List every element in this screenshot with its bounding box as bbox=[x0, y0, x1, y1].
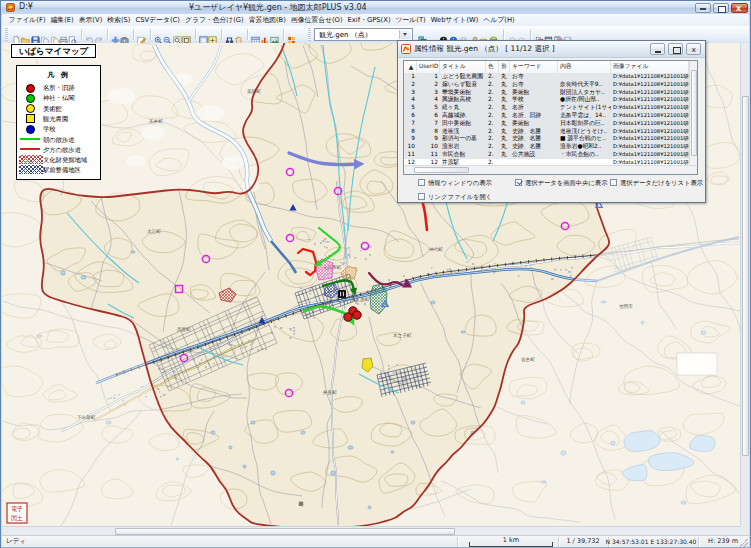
menu-item-8[interactable]: Exif・GPS(X) bbox=[345, 14, 393, 26]
table-row[interactable]: 44興譲館高校2.丸学校●所在/岡山県..D:¥data1¥121108¥121… bbox=[404, 96, 689, 104]
marker-blob-yellow[interactable] bbox=[362, 358, 373, 372]
menu-item-0[interactable]: ファイル(F) bbox=[6, 14, 48, 26]
undo-icon[interactable] bbox=[85, 30, 94, 39]
table-row[interactable]: 88道祖渓2.丸史跡、名勝道祖渓(どうそけ..D:¥data1¥121108¥1… bbox=[404, 128, 689, 136]
print-icon[interactable] bbox=[59, 30, 68, 39]
area-green-hatch-east[interactable] bbox=[370, 284, 387, 314]
annotation-arrow-blue[interactable] bbox=[289, 153, 358, 165]
marker-circle-filled[interactable] bbox=[344, 313, 352, 321]
table-vscroll-thumb[interactable] bbox=[691, 70, 697, 156]
dialog-close-button[interactable]: x bbox=[686, 43, 701, 55]
fit-window-icon[interactable] bbox=[199, 30, 208, 39]
zoom-full-icon[interactable] bbox=[173, 30, 182, 39]
column-header-3[interactable]: 色 bbox=[486, 61, 499, 73]
column-header-2[interactable]: タイトル bbox=[440, 61, 486, 73]
maximize-button[interactable] bbox=[713, 3, 729, 13]
checkbox-unchecked-icon[interactable] bbox=[418, 179, 425, 186]
table-vertical-scrollbar[interactable] bbox=[689, 61, 697, 165]
marker-circle-outline[interactable] bbox=[561, 222, 568, 229]
column-header-7[interactable]: 画像ファイル bbox=[611, 61, 689, 73]
marker-circle-outline[interactable] bbox=[286, 234, 293, 241]
legend-colors-icon[interactable] bbox=[287, 30, 296, 39]
menu-item-4[interactable]: CSVデータ(C) bbox=[133, 14, 182, 26]
checkbox-checked-icon[interactable] bbox=[515, 179, 522, 186]
map-vscroll-thumb[interactable] bbox=[742, 96, 749, 456]
close-button[interactable]: x bbox=[731, 3, 748, 13]
marker-circle-outline[interactable] bbox=[285, 389, 292, 396]
menu-item-7[interactable]: 画像位置合せ(O) bbox=[288, 14, 345, 26]
table-row[interactable]: 77田中美術館2.丸美術館日本彫刻界の巨..D:¥data1¥121108¥12… bbox=[404, 120, 689, 128]
export-file-icon[interactable] bbox=[50, 30, 59, 39]
info-gray-icon[interactable] bbox=[459, 30, 468, 39]
checkbox-option-2[interactable]: 選択データだけをリスト表示 bbox=[610, 179, 703, 188]
red-line-vertical[interactable] bbox=[422, 199, 427, 230]
redo-icon[interactable] bbox=[94, 30, 103, 39]
column-header-4[interactable]: 形 bbox=[499, 61, 510, 73]
table-row[interactable]: 1010浪形岩2.丸史跡、名勝浪形岩●昭和2..D:¥data1¥121108¥… bbox=[404, 143, 689, 151]
table-horizontal-scrollbar[interactable] bbox=[404, 165, 697, 174]
table-hscroll-thumb[interactable] bbox=[414, 167, 469, 173]
dialog-title-bar[interactable]: 属性情報 観光.gen （点） [ 11/12 選択 ] x bbox=[398, 41, 705, 58]
menu-item-9[interactable]: ツール(T) bbox=[393, 14, 428, 26]
redo-gray-icon[interactable] bbox=[517, 30, 526, 39]
menu-item-11[interactable]: ヘルプ(H) bbox=[481, 14, 517, 26]
table-row[interactable]: 33華鴒美術館2.丸美術館財団法人タカヤ..D:¥data1¥121108¥12… bbox=[404, 89, 689, 97]
info-black-icon[interactable] bbox=[439, 30, 448, 39]
table-row[interactable]: 99那須与一の墓2.丸史跡、名勝■ 源平合戦のヒ..D:¥data1¥12110… bbox=[404, 135, 689, 143]
clip-red-icon[interactable] bbox=[535, 30, 544, 39]
new-file-icon[interactable] bbox=[12, 30, 21, 39]
marker-circle-filled[interactable] bbox=[353, 311, 361, 319]
table-row[interactable]: 55経ヶ丸2.丸名所テントサイト(1サイ..D:¥data1¥121108¥12… bbox=[404, 104, 689, 112]
print-preview-icon[interactable] bbox=[68, 30, 77, 39]
menu-item-10[interactable]: Webサイト(W) bbox=[428, 14, 481, 26]
resize-grip[interactable] bbox=[739, 538, 748, 547]
attribute-table-icon[interactable] bbox=[251, 30, 260, 39]
open-folder-icon[interactable] bbox=[21, 30, 30, 39]
maroon-curve[interactable] bbox=[369, 273, 402, 285]
column-header-6[interactable]: 内容 bbox=[558, 61, 611, 73]
globe-icon[interactable] bbox=[489, 30, 498, 39]
dialog-maximize-button[interactable] bbox=[668, 43, 683, 55]
table-row[interactable]: 1111市民会館2.丸公共施設・市民会館の..D:¥data1¥121108¥1… bbox=[404, 151, 689, 159]
checkbox-option-1[interactable]: 選択データを画面中央に表示 bbox=[515, 179, 607, 188]
info-blue-icon[interactable] bbox=[449, 30, 458, 39]
checkbox-option-0[interactable]: 情報ウィンドウの表示 bbox=[418, 179, 492, 188]
menu-item-5[interactable]: グラフ・色分け(G) bbox=[182, 14, 246, 26]
checkbox-option-3[interactable]: リンクファイルを開く bbox=[418, 193, 492, 202]
marker-triangle-filled[interactable] bbox=[289, 204, 296, 211]
map-vertical-scrollbar[interactable] bbox=[740, 43, 749, 526]
combobox-dropdown-arrow-icon[interactable] bbox=[399, 30, 411, 39]
import-file-icon[interactable] bbox=[40, 30, 49, 39]
dialog-minimize-button[interactable] bbox=[650, 43, 665, 55]
column-header-0[interactable]: ▲ bbox=[404, 61, 417, 73]
window-new-icon[interactable] bbox=[544, 30, 553, 39]
menu-item-3[interactable]: 検索(S) bbox=[105, 14, 133, 26]
save-gray-icon[interactable] bbox=[563, 30, 572, 39]
zoom-out-icon[interactable] bbox=[163, 30, 172, 39]
delete-minus-icon[interactable] bbox=[479, 30, 488, 39]
column-header-1[interactable]: UserID bbox=[417, 61, 440, 73]
layers-icon[interactable] bbox=[418, 30, 427, 39]
map-horizontal-scrollbar[interactable] bbox=[2, 526, 740, 535]
table-row[interactable]: 22嫁いらず観音2.丸お寺奈良時代天平9..D:¥data1¥121108¥12… bbox=[404, 81, 689, 89]
table-row[interactable]: 11ぶどう観光農園2.丸お寺D:¥data1¥121108¥121001研修 bbox=[404, 73, 689, 81]
edit-pencil-icon[interactable] bbox=[137, 30, 146, 39]
wrench-icon[interactable] bbox=[469, 30, 478, 39]
table-row[interactable]: 66高越城跡.2.丸名所、旧跡北条早雲は、14..D:¥data1¥121108… bbox=[404, 112, 689, 120]
minimize-button[interactable] bbox=[695, 3, 711, 13]
area-orange-hatch[interactable] bbox=[341, 266, 357, 279]
checkbox-unchecked-icon[interactable] bbox=[610, 179, 617, 186]
column-header-5[interactable]: キーワード bbox=[510, 61, 558, 73]
save-icon[interactable] bbox=[31, 30, 40, 39]
marker-black-box[interactable] bbox=[338, 290, 346, 298]
zoom-in-icon[interactable] bbox=[154, 30, 163, 39]
image-icon[interactable] bbox=[270, 30, 279, 39]
marker-circle-outline[interactable] bbox=[202, 255, 209, 262]
checkbox-unchecked-icon[interactable] bbox=[418, 193, 425, 200]
menu-item-2[interactable]: 表示(V) bbox=[76, 14, 105, 26]
menu-item-6[interactable]: 背景地図(B) bbox=[246, 14, 288, 26]
camera-icon[interactable] bbox=[120, 30, 129, 39]
add-point-icon[interactable] bbox=[111, 30, 120, 39]
map-hscroll-thumb[interactable] bbox=[115, 528, 455, 535]
window-cascade-icon[interactable] bbox=[554, 30, 563, 39]
